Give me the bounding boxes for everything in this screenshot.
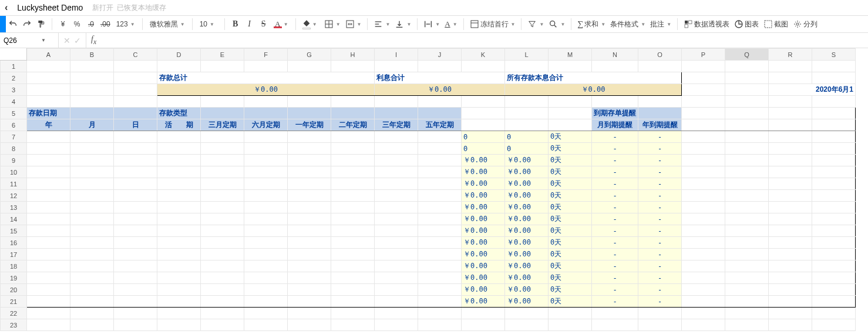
cell-n[interactable]: - xyxy=(592,166,638,178)
cell[interactable] xyxy=(201,96,244,108)
cell[interactable] xyxy=(201,143,244,155)
sub-6m[interactable]: 六月定期 xyxy=(244,119,288,131)
cell[interactable] xyxy=(244,143,288,155)
cell[interactable] xyxy=(288,249,331,260)
cell[interactable] xyxy=(769,225,812,237)
cell[interactable] xyxy=(812,166,856,178)
cell[interactable] xyxy=(157,284,201,296)
cell[interactable] xyxy=(725,178,769,190)
cell[interactable] xyxy=(201,190,244,202)
find-button[interactable]: ▼ xyxy=(546,17,567,31)
cell[interactable] xyxy=(27,166,70,178)
cell[interactable] xyxy=(70,202,114,213)
cell[interactable] xyxy=(375,260,418,272)
column-header-O[interactable]: O xyxy=(638,49,682,61)
cell[interactable] xyxy=(244,319,288,331)
cell[interactable] xyxy=(27,296,70,308)
cell[interactable] xyxy=(201,202,244,213)
cell[interactable] xyxy=(769,190,812,202)
format-painter-button[interactable] xyxy=(34,17,48,31)
row-header-12[interactable]: 12 xyxy=(1,190,27,202)
cell[interactable] xyxy=(769,260,812,272)
cell-m[interactable]: 0天 xyxy=(549,225,592,237)
cell[interactable] xyxy=(27,178,70,190)
cell[interactable] xyxy=(70,237,114,249)
cell[interactable] xyxy=(201,108,244,119)
cell-o[interactable]: - xyxy=(638,284,682,296)
cell-m[interactable]: 0天 xyxy=(549,143,592,155)
borders-button[interactable]: ▼ xyxy=(322,17,343,31)
cell-m[interactable]: 0天 xyxy=(549,296,592,308)
cell[interactable] xyxy=(682,225,725,237)
cell[interactable] xyxy=(201,284,244,296)
back-icon[interactable]: ‹ xyxy=(5,2,8,13)
cell[interactable] xyxy=(725,272,769,284)
cell[interactable] xyxy=(331,108,375,119)
cell[interactable] xyxy=(244,108,288,119)
cell[interactable] xyxy=(682,190,725,202)
cell[interactable] xyxy=(244,131,288,143)
cell[interactable] xyxy=(331,61,375,72)
cell[interactable] xyxy=(114,202,157,213)
cell[interactable] xyxy=(418,61,462,72)
cell[interactable] xyxy=(769,96,812,108)
row-header-10[interactable]: 10 xyxy=(1,166,27,178)
cell[interactable] xyxy=(288,272,331,284)
column-header-N[interactable]: N xyxy=(592,49,638,61)
cell[interactable] xyxy=(682,319,725,331)
cell-k[interactable]: ￥0.00 xyxy=(462,284,505,296)
cell[interactable] xyxy=(725,108,769,119)
cell[interactable] xyxy=(682,143,725,155)
cell[interactable] xyxy=(769,202,812,213)
row-header-9[interactable]: 9 xyxy=(1,155,27,166)
cell[interactable] xyxy=(114,213,157,225)
cell[interactable] xyxy=(418,213,462,225)
cell-l[interactable]: ￥0.00 xyxy=(505,190,549,202)
cell[interactable] xyxy=(725,155,769,166)
cell[interactable] xyxy=(769,61,812,72)
all-total-label[interactable]: 所有存款本息合计 xyxy=(505,72,682,84)
column-header-K[interactable]: K xyxy=(462,49,505,61)
cell[interactable] xyxy=(769,296,812,308)
cell-o[interactable]: - xyxy=(638,237,682,249)
cell[interactable] xyxy=(157,178,201,190)
cell[interactable] xyxy=(682,61,725,72)
cell[interactable] xyxy=(201,166,244,178)
cell[interactable] xyxy=(769,284,812,296)
cell[interactable] xyxy=(812,260,856,272)
cell[interactable] xyxy=(114,319,157,331)
cell[interactable] xyxy=(27,131,70,143)
cell[interactable] xyxy=(725,213,769,225)
cell-o[interactable]: - xyxy=(638,296,682,308)
row-header-13[interactable]: 13 xyxy=(1,202,27,213)
cell-o[interactable]: - xyxy=(638,202,682,213)
cell[interactable] xyxy=(331,178,375,190)
all-total-value[interactable]: ￥0.00 xyxy=(505,84,682,96)
cell[interactable] xyxy=(725,96,769,108)
cell-o[interactable]: - xyxy=(638,260,682,272)
cell-o[interactable]: - xyxy=(638,249,682,260)
cell-l[interactable]: 0 xyxy=(505,143,549,155)
cell[interactable] xyxy=(462,319,505,331)
cell[interactable] xyxy=(769,131,812,143)
horizontal-align-button[interactable]: ▼ xyxy=(371,17,392,31)
cell[interactable] xyxy=(375,202,418,213)
sub-rem-month[interactable]: 月到期提醒 xyxy=(592,119,638,131)
cell[interactable] xyxy=(70,308,114,319)
cell-n[interactable]: - xyxy=(592,296,638,308)
cell[interactable] xyxy=(418,237,462,249)
cell[interactable] xyxy=(244,260,288,272)
cell[interactable] xyxy=(592,319,638,331)
cell[interactable] xyxy=(375,143,418,155)
cell[interactable] xyxy=(114,260,157,272)
conditional-format-button[interactable]: 条件格式▼ xyxy=(608,17,648,31)
cell-o[interactable]: - xyxy=(638,155,682,166)
cell[interactable] xyxy=(244,308,288,319)
cell[interactable] xyxy=(331,284,375,296)
column-header-L[interactable]: L xyxy=(505,49,549,61)
cell-l[interactable]: ￥0.00 xyxy=(505,272,549,284)
cell[interactable] xyxy=(462,96,505,108)
cell-n[interactable]: - xyxy=(592,213,638,225)
cell[interactable] xyxy=(812,249,856,260)
cell[interactable] xyxy=(549,61,592,72)
